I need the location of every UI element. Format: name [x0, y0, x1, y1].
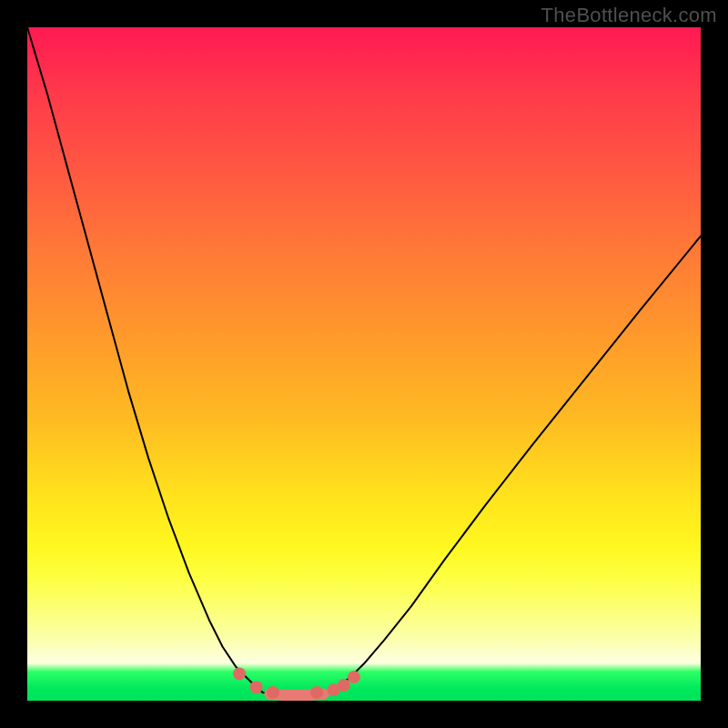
watermark-text: TheBottleneck.com: [541, 4, 717, 27]
highlight-dot: [348, 671, 360, 683]
chart-frame: TheBottleneck.com: [0, 0, 728, 728]
curve-group: [27, 27, 701, 695]
highlight-dot: [233, 667, 246, 680]
plot-area: [27, 27, 701, 701]
highlight-dot: [310, 686, 323, 699]
highlight-dot: [338, 679, 350, 692]
chart-svg: [27, 27, 701, 701]
highlight-dot: [267, 686, 279, 699]
highlight-dot: [250, 681, 263, 693]
curve-right-branch: [324, 236, 701, 693]
curve-left-branch: [27, 27, 269, 694]
